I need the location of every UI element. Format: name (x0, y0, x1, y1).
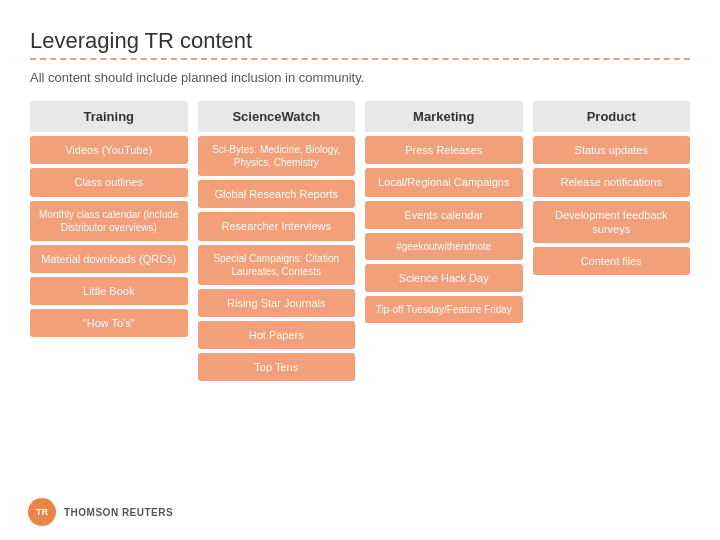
list-item: Material downloads (QRCs) (30, 245, 188, 273)
training-items: Videos (YouTube) Class outlines Monthly … (30, 136, 188, 337)
list-item: Local/Regional Campaigns (365, 168, 523, 196)
column-marketing: Marketing Press Releases Local/Regional … (365, 101, 523, 381)
page: Leveraging TR content All content should… (0, 0, 720, 540)
list-item: Rising Star Journals (198, 289, 356, 317)
list-item: Monthly class calendar (include Distribu… (30, 201, 188, 241)
list-item: Press Releases (365, 136, 523, 164)
list-item: Tip-off Tuesday/Feature Friday (365, 296, 523, 323)
col-header-marketing: Marketing (365, 101, 523, 132)
col-header-training: Training (30, 101, 188, 132)
sciencewatch-items: Sci-Bytes: Medicine, Biology, Physics, C… (198, 136, 356, 381)
list-item: Global Research Reports (198, 180, 356, 208)
col-header-sciencewatch: ScienceWatch (198, 101, 356, 132)
product-items: Status updates Release notifications Dev… (533, 136, 691, 275)
logo-icon: TR (28, 498, 56, 526)
list-item: #geekoutwithendnote (365, 233, 523, 260)
column-training: Training Videos (YouTube) Class outlines… (30, 101, 188, 381)
logo-text: THOMSON REUTERS (64, 507, 173, 518)
columns-container: Training Videos (YouTube) Class outlines… (30, 101, 690, 381)
list-item: Top Tens (198, 353, 356, 381)
list-item: Release notifications (533, 168, 691, 196)
page-title: Leveraging TR content (30, 28, 690, 54)
footer: TR THOMSON REUTERS (28, 498, 173, 526)
divider (30, 58, 690, 60)
column-sciencewatch: ScienceWatch Sci-Bytes: Medicine, Biolog… (198, 101, 356, 381)
list-item: Special Campaigns: Citation Laureates, C… (198, 245, 356, 285)
list-item: Researcher Interviews (198, 212, 356, 240)
list-item: Videos (YouTube) (30, 136, 188, 164)
col-header-product: Product (533, 101, 691, 132)
column-product: Product Status updates Release notificat… (533, 101, 691, 381)
list-item: Content files (533, 247, 691, 275)
marketing-items: Press Releases Local/Regional Campaigns … (365, 136, 523, 323)
list-item: Development feedback surveys (533, 201, 691, 244)
list-item: Class outlines (30, 168, 188, 196)
list-item: Science Hack Day (365, 264, 523, 292)
list-item: Little Book (30, 277, 188, 305)
list-item: Events calendar (365, 201, 523, 229)
page-subtitle: All content should include planned inclu… (30, 70, 690, 85)
list-item: "How To's" (30, 309, 188, 337)
list-item: Sci-Bytes: Medicine, Biology, Physics, C… (198, 136, 356, 176)
list-item: Hot Papers (198, 321, 356, 349)
list-item: Status updates (533, 136, 691, 164)
